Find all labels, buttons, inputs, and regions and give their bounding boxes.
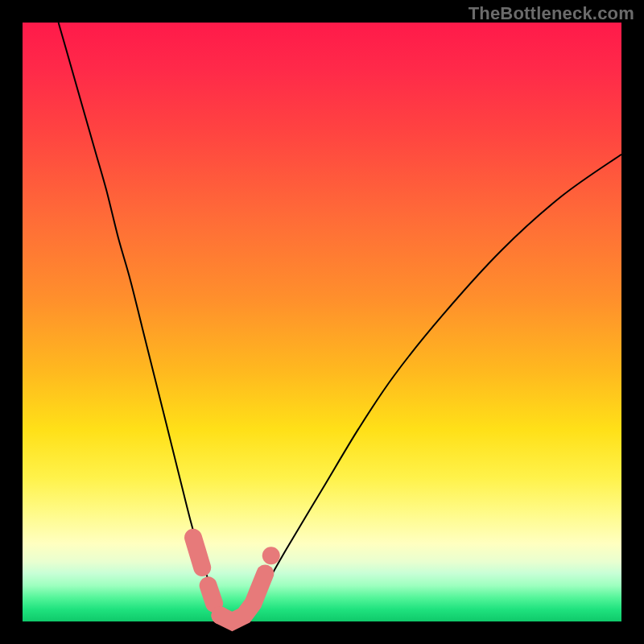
marker-stroke <box>193 538 202 568</box>
bottom-markers <box>193 538 280 625</box>
marker-stroke <box>208 585 214 603</box>
chart-svg <box>23 23 621 621</box>
marker-dot <box>262 547 280 564</box>
watermark-text: TheBottleneck.com <box>469 3 634 24</box>
marker-bottom-sweep <box>221 573 266 621</box>
chart-frame: TheBottleneck.com <box>0 0 644 644</box>
v-curve-path <box>59 23 621 622</box>
plot-area <box>23 23 621 621</box>
v-curve <box>59 23 621 622</box>
